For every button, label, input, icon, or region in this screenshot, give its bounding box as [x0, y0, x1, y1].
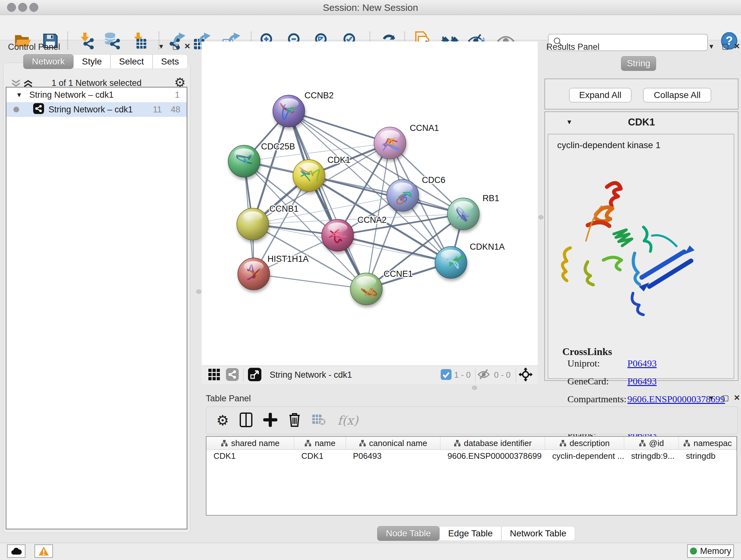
maximize-panel-icon[interactable]: ▢ [720, 41, 731, 52]
entry-name: CDK1 [545, 117, 738, 128]
collection-expand-icon[interactable]: ▼ [16, 91, 22, 99]
graph-node-CDC25B[interactable]: CDC25B [228, 142, 295, 177]
add-column-icon[interactable] [263, 413, 277, 428]
tab-sets[interactable]: Sets [152, 54, 188, 69]
collapse-all-button[interactable]: Collapse All [643, 88, 711, 103]
grid-view-icon[interactable] [208, 368, 220, 382]
graph-node-CCNE1[interactable]: CCNE1 [350, 269, 413, 305]
tab-string[interactable]: String [621, 56, 656, 71]
crosslink-label: Uniprot: [567, 358, 600, 369]
cell-name[interactable]: CDK1 [294, 450, 346, 462]
table-options-gear-icon[interactable]: ⚙ [216, 414, 229, 428]
node-label-CCNA1: CCNA1 [410, 123, 439, 133]
protein-structure-image [555, 153, 708, 339]
float-panel-icon[interactable]: ▾ [706, 392, 717, 403]
tab-network[interactable]: Network [23, 54, 73, 69]
memory-button[interactable]: Memory [687, 544, 734, 558]
cloud-icon [10, 547, 22, 555]
column-header-shared-name[interactable]: shared name [206, 437, 294, 449]
network-canvas[interactable]: CCNB2CCNA1CDC25BCDK1CDC6RB1CCNB1CCNA2CDK… [202, 42, 538, 366]
footer-separator [475, 368, 475, 382]
maximize-panel-icon[interactable]: ▢ [171, 41, 181, 52]
collection-count: 1 [175, 90, 180, 100]
graph-node-CDKN1A[interactable]: CDKN1A [435, 242, 505, 278]
main-toolbar: ? [0, 15, 741, 40]
tab-network-table[interactable]: Network Table [501, 526, 575, 541]
node-label-RB1: RB1 [482, 193, 499, 203]
results-entry-box: ▼ CDK1 cyclin-dependent kinase 1 [544, 111, 738, 381]
table-row[interactable]: CDK1CDK1P064939606.ENSP00000378699cyclin… [206, 450, 737, 462]
close-panel-icon[interactable]: ✕ [731, 392, 741, 403]
cell-database-identifier[interactable]: 9606.ENSP00000378699 [441, 450, 545, 462]
column-label: description [569, 438, 610, 448]
cloud-button[interactable] [7, 544, 25, 558]
node-label-HIST1H1A: HIST1H1A [267, 254, 309, 264]
graph-node-RB1[interactable]: RB1 [448, 193, 499, 230]
results-actions-box: Expand All Collapse All [544, 78, 738, 110]
crosslink-value[interactable]: P06493 [627, 358, 657, 369]
entry-description: cyclin-dependent kinase 1 [557, 140, 661, 150]
maximize-panel-icon[interactable]: ▢ [720, 392, 731, 403]
node-label-CDC25B: CDC25B [261, 142, 295, 151]
pan-crosshair-icon[interactable] [519, 368, 533, 383]
column-header-@id[interactable]: @id [624, 437, 679, 449]
node-label-CDK1: CDK1 [327, 155, 350, 165]
tab-select[interactable]: Select [111, 54, 152, 69]
horizontal-splitter-grip[interactable] [472, 386, 477, 390]
column-header-database-identifier[interactable]: database identifier [441, 437, 545, 449]
network-row[interactable]: String Network – cdk1 11 48 [6, 102, 187, 117]
delete-column-icon[interactable] [288, 412, 301, 429]
float-panel-icon[interactable]: ▾ [706, 41, 717, 52]
network-node-count: 11 [153, 105, 162, 115]
cell-namespac[interactable]: stringdb [679, 450, 737, 462]
column-header-description[interactable]: description [545, 437, 624, 449]
footer-separator [516, 368, 516, 382]
float-panel-icon[interactable]: ▾ [156, 41, 166, 52]
column-header-canonical-name[interactable]: canonical name [346, 437, 441, 449]
network-view-icon[interactable] [226, 368, 239, 382]
warnings-button[interactable] [35, 544, 53, 558]
table-panel-title: Table Panel [206, 394, 251, 403]
node-label-CDKN1A: CDKN1A [470, 242, 505, 252]
graph-node-CCNA1[interactable]: CCNA1 [374, 123, 439, 159]
crosslink-value[interactable]: P06493 [627, 376, 657, 387]
control-panel-title: Control Panel [8, 42, 60, 52]
footer-separator [243, 368, 244, 382]
column-label: canonical name [369, 438, 427, 448]
column-label: shared name [231, 438, 280, 448]
results-panel-title: Results Panel [546, 42, 600, 52]
status-bar: Memory [0, 543, 741, 560]
vertical-splitter-grip[interactable] [196, 290, 201, 294]
table-header-row: shared namenamecanonical namedatabase id… [206, 437, 737, 450]
tab-style[interactable]: Style [73, 54, 111, 69]
warning-icon [38, 546, 49, 556]
tab-node-table[interactable]: Node Table [377, 526, 440, 541]
column-header-name[interactable]: name [294, 437, 346, 449]
network-edge-count: 48 [171, 105, 180, 115]
node-label-CCNB1: CCNB1 [269, 204, 299, 213]
column-header-namespac[interactable]: namespac [679, 437, 737, 449]
table-panel: Table Panel ▾ ▢ ✕ ⚙ f(x) shared namename… [202, 391, 741, 543]
show-columns-icon[interactable] [240, 413, 253, 428]
close-panel-icon[interactable]: ✕ [731, 41, 741, 52]
cell-description[interactable]: cyclin-dependent ... [545, 450, 624, 462]
tab-edge-table[interactable]: Edge Table [440, 526, 501, 541]
expand-all-button[interactable]: Expand All [569, 88, 631, 103]
table-toolbar: ⚙ f(x) [206, 407, 738, 434]
hidden-eye-slash-icon [477, 369, 491, 381]
birds-eye-view-icon[interactable] [248, 368, 261, 382]
node-label-CCNE1: CCNE1 [384, 269, 413, 279]
network-collection-row[interactable]: ▼ String Network – cdk1 1 [6, 87, 187, 102]
control-panel: Control Panel ▾ ▢ ✕ NetworkStyleSelectSe… [3, 42, 190, 533]
close-panel-icon[interactable]: ✕ [182, 41, 193, 52]
entry-details: cyclin-dependent kinase 1 [548, 134, 734, 379]
cell-canonical-name[interactable]: P06493 [346, 450, 441, 462]
collection-label: String Network – cdk1 [29, 90, 114, 100]
node-label-CCNB2: CCNB2 [305, 91, 334, 100]
column-label: database identifier [464, 438, 532, 448]
cell-shared-name[interactable]: CDK1 [206, 450, 294, 462]
graph-node-HIST1H1A[interactable]: HIST1H1A [238, 254, 309, 290]
network-label: String Network – cdk1 [49, 105, 133, 115]
selected-checkbox-icon[interactable] [441, 369, 452, 381]
cell-@id[interactable]: stringdb:9... [624, 450, 679, 462]
